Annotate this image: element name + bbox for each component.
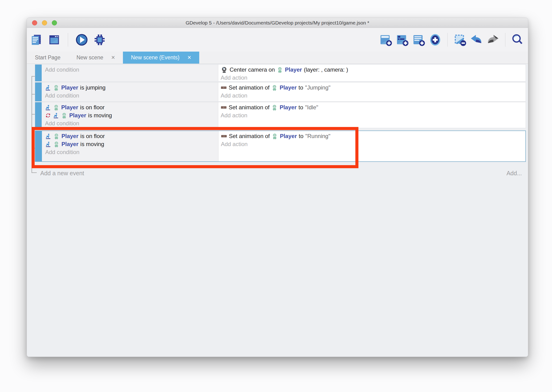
add-action-button[interactable]: Add action — [221, 92, 526, 100]
action-text: Set animation of — [229, 104, 269, 111]
string-parameter: "Jumping" — [305, 84, 331, 91]
platformer-behavior-icon — [45, 104, 51, 111]
add-condition-button[interactable]: Add condition — [45, 66, 218, 74]
event-row[interactable]: Player is jumping Add condition Set anim… — [35, 82, 526, 102]
play-icon — [75, 33, 88, 46]
action-row[interactable]: Set animation of Player to "Jumping" — [221, 84, 526, 92]
player-object-icon — [53, 133, 60, 140]
object-name: Player — [69, 112, 86, 119]
add-action-button[interactable]: Add action — [221, 140, 525, 148]
add-action-button[interactable]: Add action — [221, 74, 526, 81]
scene-window-icon — [48, 34, 61, 46]
camera-icon — [221, 66, 228, 73]
event-selection-bar[interactable] — [35, 102, 42, 128]
animation-icon — [221, 104, 227, 111]
event-selection-bar[interactable] — [35, 83, 42, 101]
project-manager-icon — [30, 34, 43, 46]
add-condition-button[interactable]: Add condition — [45, 119, 218, 127]
add-comment-button[interactable] — [412, 33, 425, 46]
add-event-icon — [379, 33, 392, 46]
delete-event-button[interactable] — [453, 33, 467, 46]
platformer-behavior-icon — [45, 84, 51, 91]
tab-label: New scene (Events) — [131, 54, 179, 61]
condition-text: is on floor — [80, 104, 104, 111]
conditions-cell[interactable]: Add condition — [42, 64, 218, 81]
add-more-button[interactable]: Add... — [507, 170, 522, 177]
undo-button[interactable] — [470, 33, 483, 46]
actions-cell[interactable]: Set animation of Player to "Running" Add… — [219, 131, 525, 161]
search-events-button[interactable] — [511, 33, 524, 46]
condition-row[interactable]: Player is on floor — [45, 103, 218, 112]
debug-icon — [93, 34, 106, 46]
add-condition-button[interactable]: Add condition — [45, 92, 218, 100]
event-row[interactable]: Player is on floor Player is moving Add … — [35, 102, 526, 128]
action-row[interactable]: Set animation of Player to "Idle" — [221, 103, 526, 112]
actions-cell[interactable]: Center camera on Player (layer: , camera… — [218, 64, 526, 81]
add-subevent-button[interactable] — [396, 33, 409, 46]
animation-icon — [221, 84, 227, 91]
conditions-cell[interactable]: Player is jumping Add condition — [42, 83, 218, 101]
object-name: Player — [62, 141, 78, 147]
close-tab-icon[interactable]: × — [111, 54, 115, 61]
tree-line — [32, 94, 35, 94]
action-text: Set animation of — [229, 133, 270, 140]
close-tab-icon[interactable]: × — [187, 54, 191, 61]
project-manager-button[interactable] — [30, 33, 43, 46]
action-text: to — [299, 84, 303, 91]
condition-row[interactable]: Player is moving — [45, 140, 218, 148]
string-parameter: "Idle" — [305, 104, 318, 111]
debugger-button[interactable] — [93, 33, 106, 46]
actions-cell[interactable]: Set animation of Player to "Jumping" Add… — [218, 83, 526, 101]
tab-label: New scene — [76, 54, 104, 61]
event-selection-bar[interactable] — [35, 131, 42, 161]
add-action-button[interactable]: Add action — [221, 112, 526, 119]
condition-row[interactable]: Player is moving — [45, 112, 218, 119]
choose-add-event-button[interactable] — [429, 33, 442, 46]
condition-row[interactable]: Player is jumping — [45, 84, 218, 92]
add-subevent-icon — [396, 33, 409, 46]
platformer-behavior-icon — [53, 112, 59, 119]
condition-row[interactable]: Player is on floor — [45, 132, 218, 140]
object-name: Player — [285, 66, 302, 73]
preview-button[interactable] — [75, 33, 88, 46]
platformer-behavior-icon — [45, 133, 51, 139]
object-name: Player — [61, 84, 78, 91]
redo-button[interactable] — [486, 33, 499, 46]
condition-text: is moving — [88, 112, 112, 119]
string-parameter: "Running" — [305, 133, 330, 140]
action-row[interactable]: Center camera on Player (layer: , camera… — [221, 66, 526, 74]
add-condition-button[interactable]: Add condition — [45, 148, 218, 156]
player-object-icon — [53, 84, 59, 91]
player-object-icon — [61, 112, 67, 119]
event-row[interactable]: Add condition Center camera on Player (l… — [35, 64, 526, 82]
toolbar-separator — [448, 33, 448, 47]
tree-line — [32, 114, 35, 114]
add-comment-icon — [412, 33, 425, 46]
tab-new-scene[interactable]: New scene × — [69, 52, 123, 64]
event-selection-bar[interactable] — [35, 64, 42, 81]
tree-line — [32, 148, 35, 148]
object-name: Player — [280, 133, 297, 140]
animation-icon — [221, 133, 227, 139]
action-text: (layer: , camera: ) — [304, 66, 348, 73]
action-text: Set animation of — [229, 84, 269, 91]
player-object-icon — [277, 67, 283, 73]
scene-editor-button[interactable] — [48, 33, 61, 46]
gdevelop-window: GDevelop 5 - /Users/david/Documents/GDev… — [27, 18, 528, 357]
player-object-icon — [271, 84, 278, 91]
conditions-cell[interactable]: Player is on floor Player is moving Add … — [42, 102, 218, 128]
titlebar: GDevelop 5 - /Users/david/Documents/GDev… — [27, 18, 528, 28]
object-name: Player — [62, 133, 78, 140]
add-new-event-button[interactable]: Add a new event — [40, 170, 84, 177]
add-event-button[interactable] — [379, 33, 392, 46]
tab-new-scene-events[interactable]: New scene (Events) × — [123, 52, 199, 64]
event-row-selected[interactable]: Player is on floor Player is moving Add … — [35, 131, 526, 162]
events-sheet: Add condition Center camera on Player (l… — [27, 64, 528, 357]
condition-text: is jumping — [80, 84, 105, 91]
undo-icon — [470, 33, 483, 46]
tab-start-page[interactable]: Start Page — [27, 52, 69, 64]
condition-text: is moving — [80, 141, 104, 147]
conditions-cell[interactable]: Player is on floor Player is moving Add … — [42, 131, 219, 161]
actions-cell[interactable]: Set animation of Player to "Idle" Add ac… — [218, 102, 526, 128]
action-row[interactable]: Set animation of Player to "Running" — [221, 132, 525, 140]
